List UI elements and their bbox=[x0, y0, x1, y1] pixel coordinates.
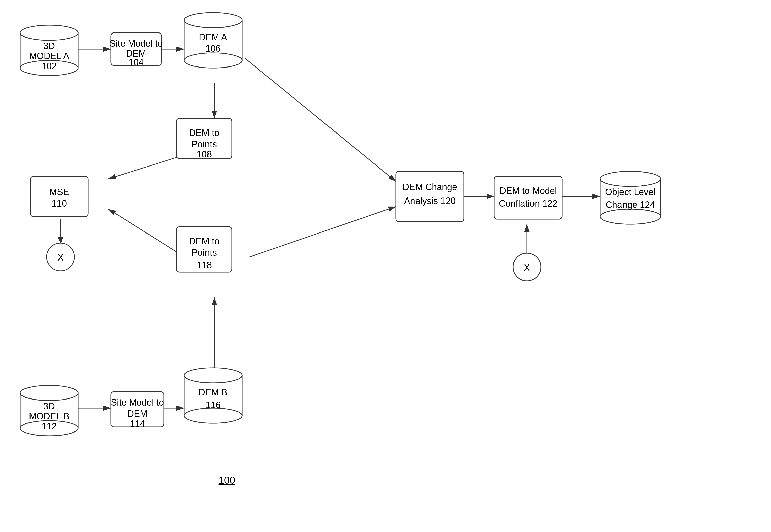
svg-rect-34 bbox=[494, 176, 562, 219]
node-dem-change-analysis-120: DEM Change Analysis 120 bbox=[396, 171, 464, 222]
label-dem-to-points-108-line1: DEM to bbox=[189, 128, 219, 138]
label-mse-110-line1: MSE bbox=[49, 187, 69, 197]
label-x-symbol-2: X bbox=[524, 262, 530, 273]
node-3d-model-a: 3D MODEL A 102 bbox=[20, 25, 78, 76]
node-dem-b-116: DEM B 116 bbox=[184, 368, 242, 423]
label-object-level-change-line2: Change 124 bbox=[606, 199, 655, 210]
svg-point-31 bbox=[184, 368, 242, 383]
svg-point-21 bbox=[184, 53, 242, 68]
label-dem-b-116-line1: DEM B bbox=[199, 387, 228, 397]
label-site-model-dem-114-line2: DEM bbox=[127, 409, 147, 419]
svg-point-38 bbox=[600, 209, 661, 224]
node-3d-model-b: 3D MODEL B 112 bbox=[20, 385, 78, 436]
node-dem-to-model-conflation-122: DEM to Model Conflation 122 bbox=[494, 176, 562, 219]
label-dem-to-model-conflation-line2: Conflation 122 bbox=[499, 198, 557, 209]
label-object-level-change-line1: Object Level bbox=[605, 187, 656, 197]
label-dem-to-points-118-line3: 118 bbox=[197, 260, 212, 270]
svg-point-37 bbox=[600, 171, 661, 186]
node-x-symbol-1: X bbox=[47, 243, 74, 271]
svg-line-7 bbox=[245, 58, 396, 181]
node-dem-to-points-108: DEM to Points 108 bbox=[176, 118, 232, 159]
label-3d-model-a-line2: MODEL A bbox=[29, 51, 69, 61]
label-dem-to-points-108-line2: Points bbox=[191, 139, 217, 149]
node-site-model-dem-104: Site Model to DEM 104 bbox=[110, 33, 162, 68]
label-3d-model-b-line3: 112 bbox=[42, 421, 57, 431]
node-dem-a-106: DEM A 106 bbox=[184, 13, 242, 68]
label-dem-change-analysis-line1: DEM Change bbox=[403, 182, 457, 192]
label-mse-110-line2: 110 bbox=[52, 198, 67, 209]
label-3d-model-b-line2: MODEL B bbox=[29, 411, 70, 421]
label-3d-model-b-line1: 3D bbox=[43, 401, 55, 411]
label-site-model-dem-104-line3: 104 bbox=[128, 57, 144, 68]
label-dem-a-106-line2: 106 bbox=[206, 43, 221, 54]
diagram-label: 100 bbox=[219, 475, 236, 486]
label-dem-to-points-108-line3: 108 bbox=[197, 149, 212, 159]
svg-line-8 bbox=[250, 207, 396, 257]
label-x-symbol-1: X bbox=[57, 252, 63, 263]
label-3d-model-a-line3: 102 bbox=[42, 61, 57, 71]
node-mse-110: MSE 110 bbox=[30, 176, 88, 217]
node-x-symbol-2: X bbox=[513, 253, 541, 281]
label-site-model-dem-114-line1: Site Model to bbox=[111, 397, 164, 408]
svg-point-27 bbox=[20, 385, 78, 401]
label-site-model-dem-114-line3: 114 bbox=[130, 419, 145, 429]
label-dem-a-106-line1: DEM A bbox=[199, 32, 227, 42]
node-dem-to-points-118: DEM to Points 118 bbox=[176, 227, 232, 272]
diagram-container: 3D MODEL A 102 Site Model to DEM 104 DEM… bbox=[0, 0, 771, 532]
label-dem-to-points-118-line1: DEM to bbox=[189, 236, 219, 246]
label-dem-to-points-118-line2: Points bbox=[191, 247, 217, 258]
node-object-level-change-124: Object Level Change 124 bbox=[600, 171, 661, 224]
label-dem-b-116-line2: 116 bbox=[206, 400, 221, 410]
svg-point-20 bbox=[184, 13, 242, 28]
node-site-model-dem-114: Site Model to DEM 114 bbox=[111, 392, 164, 429]
label-site-model-dem-104-line1: Site Model to bbox=[110, 38, 162, 49]
label-dem-change-analysis-line2: Analysis 120 bbox=[404, 196, 456, 206]
label-dem-to-model-conflation-line1: DEM to Model bbox=[499, 186, 557, 196]
label-3d-model-a-line1: 3D bbox=[43, 41, 55, 51]
svg-point-32 bbox=[184, 408, 242, 423]
svg-point-16 bbox=[20, 25, 78, 40]
